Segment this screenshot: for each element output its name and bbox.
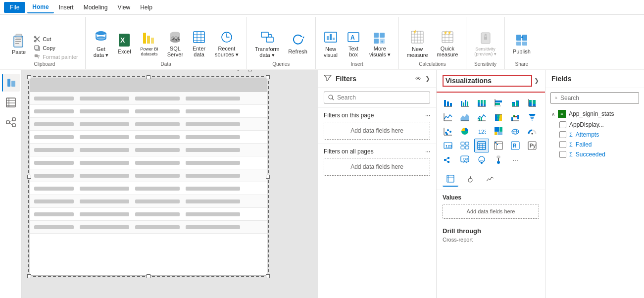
field-checkbox-appdisplay[interactable] bbox=[559, 121, 566, 128]
viz-icon-key-influencers[interactable]: 123 bbox=[474, 124, 489, 138]
fields-item-failed[interactable]: Σ Failed bbox=[545, 140, 644, 149]
viz-expand-icon[interactable]: ❯ bbox=[534, 77, 539, 84]
resize-handle-bl[interactable] bbox=[27, 274, 31, 278]
new-visual-button[interactable]: Newvisual bbox=[320, 26, 342, 61]
menu-item-help[interactable]: Help bbox=[135, 2, 157, 13]
fields-search-input[interactable] bbox=[560, 95, 635, 101]
fields-table-app-signin-stats[interactable]: ∧ ≡ App_signin_stats bbox=[545, 108, 644, 120]
table-cell bbox=[135, 174, 180, 178]
viz-icon-stacked-column[interactable] bbox=[491, 96, 506, 109]
filter-icon[interactable]: ▼ bbox=[233, 70, 243, 74]
viz-add-data-fields[interactable]: Add data fields here bbox=[443, 204, 539, 219]
viz-icon-clustered-column[interactable] bbox=[508, 96, 523, 109]
fields-search-box[interactable] bbox=[550, 92, 639, 104]
more-visuals-button[interactable]: + Morevisuals ▾ bbox=[365, 26, 395, 61]
cut-button[interactable]: Cut bbox=[31, 35, 81, 44]
text-box-button[interactable]: A Textbox bbox=[343, 26, 364, 61]
menu-item-insert[interactable]: Insert bbox=[54, 2, 79, 13]
sidebar-btn-data[interactable] bbox=[2, 94, 20, 111]
fields-item-attempts[interactable]: Σ Attempts bbox=[545, 130, 644, 140]
filters-search-input[interactable] bbox=[337, 94, 426, 101]
paste-button[interactable]: Paste bbox=[8, 26, 30, 61]
recent-sources-button[interactable]: Recentsources ▾ bbox=[211, 26, 243, 61]
viz-icon-ribbon[interactable] bbox=[491, 110, 506, 124]
menu-item-view[interactable]: View bbox=[112, 2, 135, 13]
svg-rect-114 bbox=[479, 118, 480, 121]
field-checkbox-attempts[interactable] bbox=[559, 131, 566, 138]
viz-icon-multi-row-card[interactable] bbox=[457, 139, 472, 152]
viz-tab-fields[interactable] bbox=[443, 173, 458, 187]
viz-icon-100pct-bar[interactable] bbox=[474, 96, 489, 109]
viz-icon-clustered-bar[interactable] bbox=[457, 96, 472, 109]
resize-handle-br[interactable] bbox=[266, 274, 270, 278]
menu-item-home[interactable]: Home bbox=[27, 1, 53, 13]
filters-expand-icon[interactable]: ❯ bbox=[425, 75, 430, 82]
menu-item-modeling[interactable]: Modeling bbox=[79, 2, 113, 13]
viz-icon-card[interactable]: 123 bbox=[441, 139, 455, 152]
menu-item-file[interactable]: File bbox=[4, 2, 25, 13]
table-cell bbox=[34, 97, 74, 100]
fields-item-succeeded[interactable]: Σ Succeeded bbox=[545, 149, 644, 159]
new-measure-button[interactable]: ⚡ Newmeasure bbox=[403, 26, 432, 61]
viz-icon-more-dots[interactable]: ··· bbox=[508, 153, 523, 167]
viz-icon-stacked-bar[interactable] bbox=[441, 96, 455, 109]
viz-icon-smart-narrative[interactable] bbox=[474, 153, 489, 167]
viz-icon-gauge[interactable] bbox=[525, 124, 540, 138]
viz-icon-qa[interactable]: Q&A bbox=[457, 153, 472, 167]
viz-icon-line-clustered[interactable] bbox=[474, 110, 489, 124]
clipboard-small-group: Cut Copy Format painter bbox=[31, 35, 81, 61]
viz-icon-scatter[interactable] bbox=[441, 124, 455, 138]
sidebar-btn-model[interactable] bbox=[2, 113, 20, 131]
filters-on-this-page-add[interactable]: Add data fields here bbox=[324, 122, 430, 140]
filters-panel: Filters 👁 ❯ Filters on this page ··· Add… bbox=[318, 70, 437, 298]
filters-search-box[interactable] bbox=[324, 92, 430, 103]
viz-icon-treemap[interactable] bbox=[491, 124, 506, 138]
field-checkbox-succeeded[interactable] bbox=[559, 151, 566, 158]
excel-button[interactable]: X Excel bbox=[113, 26, 135, 61]
viz-tab-format[interactable] bbox=[462, 173, 478, 186]
canvas[interactable]: ▼ ⊡ ··· bbox=[30, 78, 267, 276]
svg-rect-89 bbox=[478, 100, 480, 102]
field-checkbox-failed[interactable] bbox=[559, 141, 566, 148]
focus-icon[interactable]: ⊡ bbox=[245, 70, 255, 74]
viz-icon-python[interactable]: Py bbox=[525, 139, 540, 152]
viz-icon-r-script[interactable]: R bbox=[508, 139, 523, 152]
viz-icon-table[interactable] bbox=[474, 139, 489, 152]
viz-icon-line[interactable] bbox=[441, 110, 455, 124]
format-painter-button[interactable]: Format painter bbox=[31, 52, 81, 61]
viz-icon-area[interactable] bbox=[457, 110, 472, 124]
viz-icon-decomp-tree[interactable] bbox=[441, 153, 455, 167]
viz-icon-map[interactable] bbox=[508, 124, 523, 138]
power-bi-datasets-button[interactable]: Power BIdatasets bbox=[136, 26, 162, 61]
quick-measure-button[interactable]: ⚡ ⚡ Quickmeasure bbox=[433, 26, 462, 61]
svg-rect-39 bbox=[380, 33, 385, 38]
viz-tab-analytics[interactable] bbox=[482, 173, 498, 186]
viz-icon-100pct-column[interactable] bbox=[525, 96, 540, 109]
viz-icon-matrix[interactable] bbox=[491, 139, 506, 152]
viz-icon-funnel[interactable] bbox=[525, 110, 540, 124]
viz-icon-pie[interactable] bbox=[457, 124, 472, 138]
filters-on-all-pages-more[interactable]: ··· bbox=[425, 148, 430, 155]
resize-handle-b[interactable] bbox=[147, 274, 150, 278]
viz-icon-waterfall[interactable] bbox=[508, 110, 523, 124]
refresh-button[interactable]: Refresh bbox=[284, 26, 311, 61]
get-data-button[interactable]: Getdata ▾ bbox=[90, 26, 112, 61]
svg-point-11 bbox=[96, 31, 106, 35]
more-options-icon[interactable]: ··· bbox=[257, 70, 267, 74]
viz-icon-paint-brush[interactable] bbox=[491, 153, 506, 167]
filters-eye-icon[interactable]: 👁 bbox=[415, 75, 421, 82]
transform-data-button[interactable]: Transformdata ▾ bbox=[251, 26, 284, 61]
copy-button[interactable]: Copy bbox=[31, 44, 81, 52]
sensitivity-button[interactable]: Sensitivity(preview) ▾ bbox=[470, 26, 500, 61]
table-row bbox=[30, 144, 267, 156]
filters-on-all-pages-add[interactable]: Add data fields here bbox=[324, 158, 430, 176]
left-sidebar bbox=[0, 70, 22, 298]
sql-server-button[interactable]: SQL SQLServer bbox=[163, 26, 187, 61]
publish-button[interactable]: Publish bbox=[509, 26, 535, 61]
sidebar-btn-report[interactable] bbox=[2, 74, 20, 92]
enter-data-button[interactable]: Enterdata bbox=[188, 26, 210, 61]
filters-on-this-page-more[interactable]: ··· bbox=[425, 112, 430, 119]
fields-item-appdisplay[interactable]: AppDisplay... bbox=[545, 120, 644, 130]
table-cell bbox=[34, 212, 74, 216]
svg-rect-29 bbox=[261, 32, 268, 37]
